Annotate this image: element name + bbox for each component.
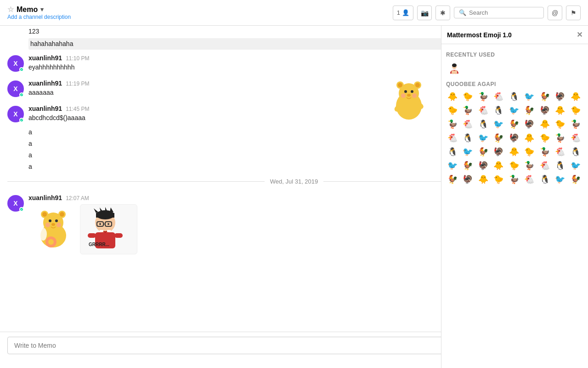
emoji-item[interactable]: 🐤 [492,173,505,186]
svg-rect-46 [452,70,454,74]
emoji-item[interactable]: 🐓 [446,173,459,186]
svg-point-37 [99,223,101,225]
emoji-item[interactable]: 🐧 [446,145,459,158]
emoji-item[interactable]: 🐤 [569,104,582,117]
recently-used-label: Recently used [446,52,583,58]
mention-button[interactable]: @ [548,6,562,20]
emoji-item[interactable]: 🐦 [523,90,536,103]
emoji-item[interactable]: 🐦 [554,173,566,186]
message-username[interactable]: xuanlinh91 [28,80,62,87]
emoji-item[interactable]: 🐔 [523,173,536,186]
emoji-item[interactable]: 🐓 [461,159,474,172]
bear-sticker-floating [386,76,432,122]
emoji-item[interactable]: 🐔 [446,132,459,144]
emoji-item[interactable]: 🦃 [508,132,520,144]
emoji-item[interactable]: 🐓 [508,118,520,131]
channel-description[interactable]: Add a channel description [7,14,71,20]
emoji-panel-close-button[interactable]: ✕ [577,30,582,39]
emoji-item[interactable]: 🐤 [508,159,520,172]
emoji-item[interactable]: 🐔 [492,90,505,103]
emoji-item[interactable]: 🐥 [477,173,490,186]
emoji-item[interactable]: 🐓 [477,145,490,158]
emoji-item[interactable]: 🐧 [461,132,474,144]
emoji-item[interactable]: 🐓 [569,173,582,186]
emoji-item[interactable] [446,61,463,77]
emoji-item[interactable]: 🦆 [538,145,551,158]
emoji-item[interactable]: 🐓 [523,104,536,117]
emoji-item[interactable]: 🐤 [538,132,551,144]
emoji-item[interactable]: 🐧 [538,173,551,186]
emoji-item[interactable]: 🦆 [461,104,474,117]
search-input[interactable] [469,9,539,16]
avatar: X [7,106,24,122]
emoji-item[interactable]: 🐤 [523,145,536,158]
date-text: Wed, Jul 31, 2019 [270,178,318,185]
message-username[interactable]: xuanlinh91 [28,105,62,112]
emoji-item[interactable]: 🐦 [569,159,582,172]
chevron-down-icon[interactable]: ▾ [40,6,44,13]
emoji-item[interactable]: 🐥 [508,145,520,158]
emoji-panel-title: Mattermost Emoji 1.0 [447,31,512,39]
search-icon: 🔍 [459,9,466,16]
pin-button[interactable]: ✱ [435,6,450,20]
channel-title[interactable]: ☆ Memo ▾ [7,5,71,14]
emoji-item[interactable]: 🐤 [554,118,566,131]
emoji-item[interactable]: 🐦 [508,104,520,117]
svg-point-48 [452,63,457,67]
at-icon: @ [552,9,558,17]
svg-point-22 [45,223,50,227]
message-time: 11:45 PM [66,106,89,112]
svg-text:GRRRR...: GRRRR... [89,242,109,247]
members-button[interactable]: 1 👤 [393,6,413,20]
emoji-item[interactable]: 🦆 [569,118,582,131]
emoji-item[interactable]: 🦃 [554,90,566,103]
star-icon[interactable]: ☆ [7,5,14,14]
avatar: X [7,195,24,212]
emoji-item[interactable]: 🐔 [477,104,490,117]
emoji-item[interactable]: 🦃 [523,118,536,131]
emoji-item[interactable]: 🐧 [477,118,490,131]
emoji-item[interactable]: 🐥 [492,159,505,172]
emoji-item[interactable]: 🐦 [477,132,490,144]
emoji-item[interactable]: 🐓 [492,132,505,144]
person-icon: 👤 [402,9,409,16]
emoji-item[interactable]: 🐥 [554,104,566,117]
emoji-item[interactable]: 🦆 [554,132,566,144]
emoji-item[interactable]: 🐧 [569,145,582,158]
emoji-item[interactable]: 🐥 [523,132,536,144]
message-username[interactable]: xuanlinh91 [28,194,62,201]
svg-point-10 [412,93,417,98]
emoji-item[interactable]: 🐔 [554,145,566,158]
emoji-item[interactable]: 🐥 [538,118,551,131]
svg-rect-47 [454,70,457,74]
emoji-item[interactable]: 🐔 [538,159,551,172]
svg-rect-42 [88,233,96,238]
emoji-item[interactable]: 🦃 [461,173,474,186]
emoji-item[interactable]: 🐦 [492,118,505,131]
emoji-item[interactable]: 🐥 [446,90,459,103]
emoji-item[interactable]: 🐧 [554,159,566,172]
emoji-item[interactable]: 🐓 [538,90,551,103]
flag-button[interactable]: ⚑ [566,6,581,20]
svg-point-26 [40,228,47,241]
emoji-item[interactable]: 🦃 [477,159,490,172]
emoji-item[interactable]: 🦆 [446,118,459,131]
header-actions: 1 👤 📷 ✱ 🔍 @ ⚑ [393,6,581,20]
emoji-item[interactable]: 🦆 [508,173,520,186]
emoji-item[interactable]: 🐔 [461,118,474,131]
emoji-item[interactable]: 🦆 [477,90,490,103]
emoji-item[interactable]: 🐦 [446,159,459,172]
video-button[interactable]: 📷 [417,6,432,20]
emoji-item[interactable]: 🐧 [492,104,505,117]
emoji-panel-body: Recently used Quoobee Agapi 🐥 [441,44,588,368]
emoji-item[interactable]: 🐥 [569,90,582,103]
emoji-item[interactable]: 🐔 [569,132,582,144]
emoji-item[interactable]: 🐤 [446,104,459,117]
emoji-item[interactable]: 🐧 [508,90,520,103]
message-username[interactable]: xuanlinh91 [28,54,62,62]
emoji-item[interactable]: 🦆 [523,159,536,172]
emoji-item[interactable]: 🦃 [538,104,551,117]
emoji-item[interactable]: 🐤 [461,90,474,103]
emoji-item[interactable]: 🦃 [492,145,505,158]
emoji-item[interactable]: 🐦 [461,145,474,158]
